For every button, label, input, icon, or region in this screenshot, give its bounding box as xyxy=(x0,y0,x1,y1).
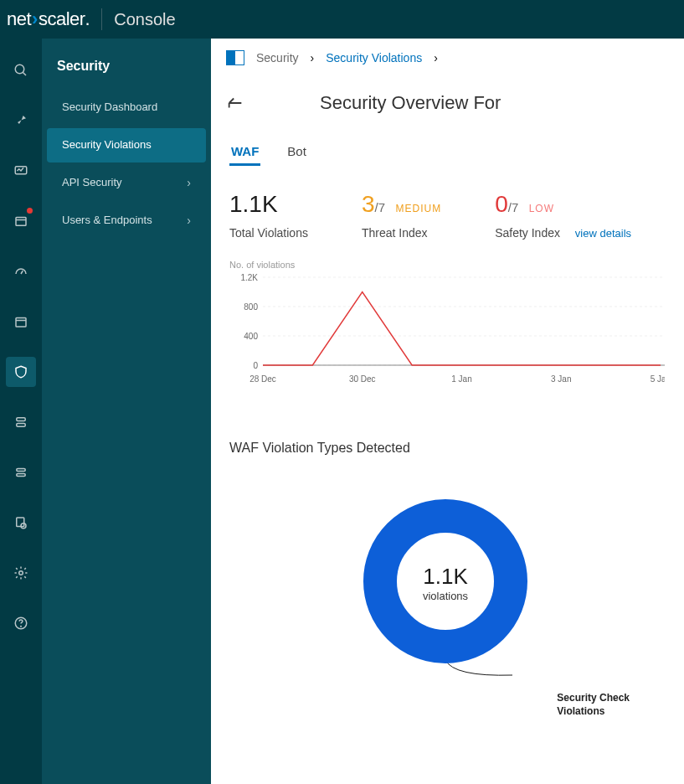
certificate-icon[interactable] xyxy=(6,508,36,538)
svg-rect-12 xyxy=(17,518,24,527)
window-icon[interactable] xyxy=(6,206,36,236)
search-icon[interactable] xyxy=(6,55,36,85)
gear-icon[interactable] xyxy=(6,558,36,588)
sidebar-item-label: Security Dashboard xyxy=(62,101,157,115)
sidebar-title: Security xyxy=(42,59,211,90)
svg-text:800: 800 xyxy=(244,302,258,312)
stat-label: Safety Index view details xyxy=(495,226,631,240)
breadcrumb: Security › Security Violations › xyxy=(211,39,684,77)
donut-center-value: 1.1K xyxy=(423,564,468,590)
svg-text:1.2K: 1.2K xyxy=(240,273,258,282)
donut-svg-wrap: 1.1K violations xyxy=(362,498,529,668)
tab-bot[interactable]: Bot xyxy=(285,139,308,166)
svg-rect-10 xyxy=(17,469,26,472)
tabs: WAF Bot xyxy=(211,139,684,166)
brand-chevron-icon: › xyxy=(32,8,38,30)
chevron-right-icon: › xyxy=(434,51,438,64)
sidebar: Security Security Dashboard Security Vio… xyxy=(42,39,211,784)
brand-divider xyxy=(101,8,102,30)
sidebar-item-users-endpoints[interactable]: Users & Endpoints › xyxy=(47,204,206,238)
chart-y-title: No. of violations xyxy=(229,260,666,270)
notification-badge xyxy=(27,208,33,214)
sidebar-item-label: Users & Endpoints xyxy=(62,214,152,228)
brand-suffix: scaler xyxy=(39,8,85,30)
svg-text:1 Jan: 1 Jan xyxy=(451,374,471,384)
stack-icon[interactable] xyxy=(6,407,36,437)
svg-text:3 Jan: 3 Jan xyxy=(551,374,571,384)
breadcrumb-current[interactable]: Security Violations xyxy=(326,51,422,64)
stats-row: 1.1K Total Violations 3/7 MEDIUM Threat … xyxy=(211,191,684,240)
donut-center: 1.1K violations xyxy=(423,564,468,602)
donut-title: WAF Violation Types Detected xyxy=(211,441,684,456)
stat-threat-index: 3/7 MEDIUM Threat Index xyxy=(362,191,441,240)
chevron-right-icon: › xyxy=(311,51,315,64)
svg-text:28 Dec: 28 Dec xyxy=(249,374,276,384)
stat-total-violations: 1.1K Total Violations xyxy=(229,191,308,240)
stat-suffix: /7 xyxy=(375,200,386,214)
help-icon[interactable] xyxy=(6,608,36,638)
svg-rect-11 xyxy=(17,474,26,477)
svg-line-5 xyxy=(21,271,23,274)
main-content: Security › Security Violations › Securit… xyxy=(211,39,684,784)
tab-waf[interactable]: WAF xyxy=(229,139,260,166)
brand-prefix: net xyxy=(7,8,31,30)
svg-text:0: 0 xyxy=(253,361,258,370)
breadcrumb-root[interactable]: Security xyxy=(256,51,299,64)
monitor-icon[interactable] xyxy=(6,156,36,186)
stat-badge: MEDIUM xyxy=(395,203,441,214)
icon-rail xyxy=(0,39,42,784)
sidebar-item-dashboard[interactable]: Security Dashboard xyxy=(47,90,206,125)
stat-label: Threat Index xyxy=(362,226,441,240)
stat-badge: LOW xyxy=(529,203,554,214)
svg-rect-6 xyxy=(16,318,26,328)
svg-rect-3 xyxy=(16,218,26,226)
svg-text:400: 400 xyxy=(244,332,258,341)
svg-point-0 xyxy=(15,64,24,74)
stat-safety-index: 0/7 LOW Safety Index view details xyxy=(495,191,631,240)
stat-label: Total Violations xyxy=(229,226,308,240)
console-label: Console xyxy=(114,10,175,29)
sidebar-item-violations[interactable]: Security Violations xyxy=(47,128,206,162)
donut-chart: 1.1K violations Security CheckViolations xyxy=(211,498,680,718)
sidebar-toggle-icon[interactable] xyxy=(226,50,244,65)
chevron-right-icon: › xyxy=(187,214,191,227)
donut-callout-label: Security CheckViolations xyxy=(557,692,630,718)
sidebar-item-label: Security Violations xyxy=(62,138,152,152)
stat-value: 0 xyxy=(495,191,508,217)
page-header: Security Overview For xyxy=(211,77,684,139)
svg-rect-8 xyxy=(17,418,26,421)
shield-icon[interactable] xyxy=(6,357,36,387)
brand-logo: net›scaler. xyxy=(7,8,90,30)
servers-icon[interactable] xyxy=(6,457,36,487)
back-arrow-icon[interactable] xyxy=(226,95,244,111)
svg-point-16 xyxy=(21,626,22,627)
stat-value: 1.1K xyxy=(229,191,308,218)
brand-dot: . xyxy=(85,8,90,30)
svg-line-1 xyxy=(23,72,26,75)
chart-svg-wrap: 04008001.2K28 Dec30 Dec1 Jan3 Jan5 Jan xyxy=(229,273,665,390)
top-bar: net›scaler. Console xyxy=(0,0,684,39)
donut-center-label: violations xyxy=(423,590,468,602)
stat-suffix: /7 xyxy=(508,200,519,214)
view-details-link[interactable]: view details xyxy=(575,227,631,240)
chevron-right-icon: › xyxy=(187,176,191,189)
svg-text:30 Dec: 30 Dec xyxy=(349,374,376,384)
sidebar-item-api-security[interactable]: API Security › xyxy=(47,166,206,200)
svg-rect-9 xyxy=(17,424,26,427)
gauge-icon[interactable] xyxy=(6,256,36,286)
line-chart-svg: 04008001.2K28 Dec30 Dec1 Jan3 Jan5 Jan xyxy=(229,273,665,390)
sidebar-item-label: API Security xyxy=(62,176,122,190)
page-title: Security Overview For xyxy=(320,92,501,114)
stat-value: 3 xyxy=(362,191,375,217)
pin-icon[interactable] xyxy=(6,106,36,136)
svg-point-14 xyxy=(19,571,23,575)
violations-chart: No. of violations 04008001.2K28 Dec30 De… xyxy=(211,260,684,390)
calendar-icon[interactable] xyxy=(6,307,36,337)
svg-text:5 Jan: 5 Jan xyxy=(651,374,665,384)
